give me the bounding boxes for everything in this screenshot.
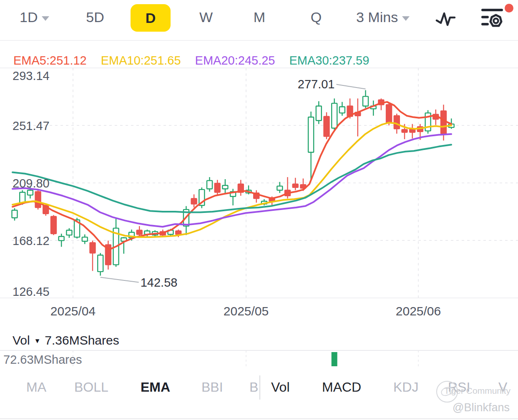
indicator-settings-icon[interactable] — [481, 7, 504, 30]
watermark-user: @Blinkfans — [453, 401, 510, 414]
bottom-divider — [0, 418, 518, 419]
volume-legend[interactable]: Vol ▾ 7.36MShares — [13, 333, 119, 348]
period-tab-q[interactable]: Q — [311, 9, 322, 25]
indicator-tab-boll[interactable]: BOLL — [74, 380, 108, 395]
notification-dot — [505, 4, 513, 12]
indicator-tab-ma[interactable]: MA — [26, 380, 46, 395]
indicator-tab-vol[interactable]: Vol — [271, 380, 289, 395]
ema-legend-item: EMA20:245.25 — [195, 54, 275, 68]
y-axis-label: 126.45 — [13, 285, 50, 299]
y-axis-label: 293.14 — [13, 69, 50, 83]
line-chart-icon[interactable] — [435, 10, 460, 28]
watermark-community: Tiger Community — [444, 386, 510, 396]
tab-group-divider — [259, 375, 260, 400]
chevron-down-icon — [402, 16, 410, 21]
ema-legend-item: EMA5:251.12 — [13, 54, 87, 68]
x-axis-label: 2025/05 — [224, 304, 269, 318]
x-axis-label: 2025/04 — [50, 304, 96, 318]
period-tab-d[interactable]: D — [131, 4, 171, 32]
period-tab-m[interactable]: M — [254, 9, 265, 25]
volume-pane-divider — [0, 350, 518, 351]
toolbar-divider — [0, 40, 518, 41]
high-annotation: 277.01 — [298, 78, 335, 91]
y-axis-label: 168.12 — [13, 234, 50, 248]
chevron-down-icon — [42, 16, 49, 21]
y-axis-label: 209.80 — [13, 177, 50, 190]
indicator-tab-bbi[interactable]: BBI — [201, 380, 223, 395]
indicator-tab-kdj[interactable]: KDJ — [393, 380, 418, 395]
x-axis-label: 2025/06 — [396, 304, 441, 318]
interval-dropdown[interactable]: 3 Mins — [356, 9, 410, 25]
ema-legend-item: EMA30:237.59 — [289, 54, 369, 68]
trading-chart-screen: 1D 5DDWMQ 3 Mins EMA5:251.12EMA10:251.65… — [0, 0, 518, 420]
period-dropdown[interactable]: 1D — [20, 9, 49, 25]
volume-scale-label: 72.63MShares — [3, 353, 82, 367]
volume-indicator-label: Vol — [13, 333, 30, 348]
period-tab-5d[interactable]: 5D — [86, 9, 104, 25]
period-tab-w[interactable]: W — [199, 9, 213, 25]
ema-legend-item: EMA10:251.65 — [101, 54, 181, 68]
y-axis-label: 251.47 — [13, 119, 50, 133]
indicator-tab-ema[interactable]: EMA — [141, 380, 170, 395]
indicator-tab-b[interactable]: B — [249, 380, 258, 395]
ema-legend: EMA5:251.12EMA10:251.65EMA20:245.25EMA30… — [13, 54, 369, 68]
period-dropdown-label: 1D — [20, 9, 38, 25]
low-annotation: 142.58 — [141, 276, 178, 290]
interval-dropdown-label: 3 Mins — [356, 9, 398, 25]
volume-value: 7.36MShares — [45, 333, 119, 348]
caret-down-icon: ▾ — [35, 337, 40, 345]
indicator-tab-macd[interactable]: MACD — [322, 380, 361, 395]
